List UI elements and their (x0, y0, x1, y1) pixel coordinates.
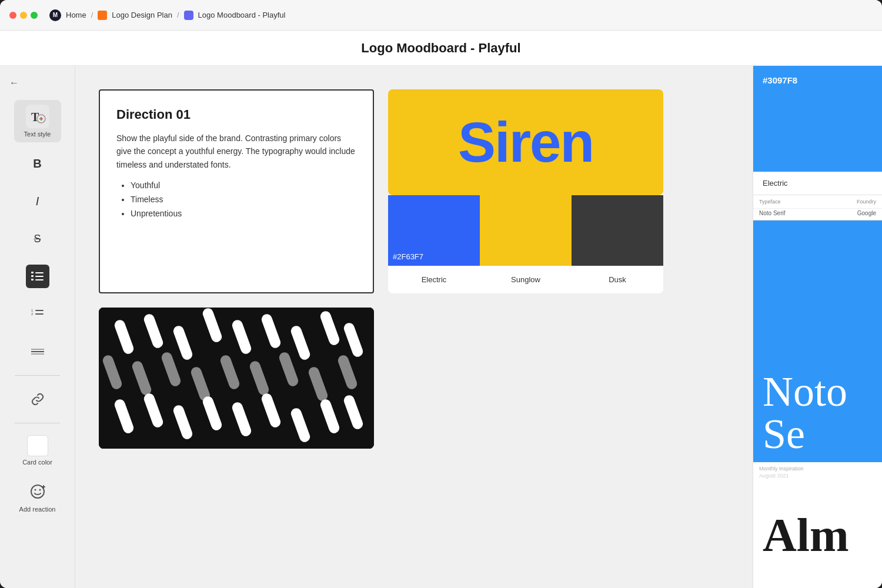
divider-icon (26, 340, 49, 363)
page-title-bar: Logo Moodboard - Playful (0, 31, 882, 66)
moodboard-icon (184, 11, 193, 20)
svg-rect-6 (31, 279, 34, 280)
bold-icon: B (26, 152, 49, 175)
direction-bullets: Youthful Timeless Unpretentious (116, 181, 356, 218)
content-area: Direction 01 Show the playful side of th… (75, 66, 753, 588)
noto-card: Typeface Foundry Noto Serif Google Noto … (753, 195, 882, 482)
foundry-label: Foundry (857, 199, 876, 205)
breadcrumb-sep-1: / (91, 11, 93, 19)
svg-point-19 (39, 489, 41, 491)
direction-text-card[interactable]: Direction 01 Show the playful side of th… (99, 89, 374, 293)
swatch-label-row: Electric Sunglow Dusk (388, 266, 663, 293)
swatch-label-electric: Electric (388, 270, 480, 289)
sidebar-tool-divider[interactable] (14, 335, 61, 368)
siren-card: Siren #2F63F7 Electric S (388, 89, 663, 293)
breadcrumb-sep-2: / (177, 11, 179, 19)
breadcrumb-logo-design[interactable]: Logo Design Plan (112, 11, 172, 19)
noto-preview: Noto Se (753, 220, 882, 462)
sidebar-tool-strikethrough[interactable]: S (14, 222, 61, 255)
swatch-dusk (572, 195, 663, 266)
right-panel: #3097F8 Electric Typeface Foundry Noto S… (753, 66, 882, 588)
bullet-2: Timeless (131, 195, 356, 204)
minimize-button[interactable] (20, 12, 27, 19)
bullet-3: Unpretentious (131, 209, 356, 218)
strikethrough-icon: S (26, 227, 49, 250)
breadcrumb-home[interactable]: Home (66, 11, 86, 19)
noto-sub-row: Noto Serif Google (753, 209, 882, 220)
sidebar-tool-italic[interactable]: I (14, 185, 61, 218)
swatches-row: #2F63F7 (388, 195, 663, 266)
svg-point-18 (34, 489, 36, 491)
sidebar-tool-ordered-list[interactable]: 1 2 (14, 298, 61, 330)
sidebar-tool-bold[interactable]: B (14, 147, 61, 180)
typeface-label: Typeface (759, 199, 781, 205)
sidebar-item-text-style[interactable]: T Text style (14, 100, 61, 142)
svg-rect-4 (31, 272, 34, 273)
link-icon (26, 387, 49, 411)
sidebar-tool-add-reaction[interactable]: Add reaction (14, 475, 61, 517)
swatch-label-dusk: Dusk (572, 270, 663, 289)
sidebar-tool-list[interactable] (14, 260, 61, 293)
main-content: ← T Text style B (0, 66, 882, 588)
google-label: Google (857, 210, 876, 216)
direction-body: Show the playful side of the brand. Cont… (116, 132, 356, 171)
color-chip-name: Electric (753, 172, 882, 195)
svg-rect-7 (35, 272, 44, 273)
italic-icon: I (26, 189, 49, 213)
alm-text: Alm (763, 512, 849, 559)
swatch-label-sunglow: Sunglow (480, 270, 572, 289)
color-chip-hex: #3097F8 (763, 75, 797, 85)
sidebar-tool-card-color[interactable]: Card color (14, 430, 61, 470)
swatch-electric: #2F63F7 (388, 195, 480, 266)
sidebar-divider-2 (15, 423, 59, 423)
titlebar: M Home / Logo Design Plan / Logo Moodboa… (0, 0, 882, 31)
logo-design-icon (98, 11, 107, 20)
app-window: M Home / Logo Design Plan / Logo Moodboa… (0, 0, 882, 588)
alm-card: Alm (753, 482, 882, 588)
noto-footer: Monthly Inspiration August 2021 (753, 462, 882, 482)
traffic-lights (9, 12, 38, 19)
text-style-icon: T (26, 105, 49, 128)
card-color-icon (27, 435, 48, 456)
svg-rect-8 (35, 276, 44, 277)
bold-symbol: B (33, 157, 41, 171)
add-reaction-icon (26, 480, 49, 503)
back-button[interactable]: ← (0, 75, 75, 91)
sidebar-divider-1 (15, 375, 59, 376)
svg-rect-9 (35, 279, 44, 280)
siren-text: Siren (458, 110, 593, 175)
breadcrumb: M Home / Logo Design Plan / Logo Moodboa… (49, 9, 285, 21)
month-date: August 2021 (759, 473, 876, 479)
noto-header: Typeface Foundry (753, 195, 882, 209)
breadcrumb-moodboard[interactable]: Logo Moodboard - Playful (198, 11, 286, 19)
sidebar-tool-link[interactable] (14, 383, 61, 416)
monthly-label: Monthly Inspiration (759, 466, 876, 472)
svg-rect-5 (31, 275, 34, 277)
strikethrough-symbol: S (34, 233, 41, 245)
direction-title: Direction 01 (116, 107, 356, 122)
swatch-electric-hex: #2F63F7 (393, 252, 423, 261)
pattern-inner (99, 308, 374, 449)
back-icon: ← (9, 78, 19, 88)
ordered-list-icon: 1 2 (26, 302, 49, 326)
svg-rect-13 (35, 313, 44, 315)
card-color-label: Card color (22, 459, 52, 466)
noto-sub: Noto Serif (759, 210, 785, 216)
svg-rect-11 (35, 310, 44, 311)
maximize-button[interactable] (31, 12, 38, 19)
content-grid: Direction 01 Show the playful side of th… (99, 89, 663, 449)
add-reaction-label: Add reaction (19, 506, 56, 513)
noto-display-text: Noto Se (763, 370, 873, 455)
color-chip-blue: #3097F8 (753, 66, 882, 172)
text-style-label: Text style (24, 131, 51, 138)
list-icon (26, 265, 49, 288)
italic-symbol: I (36, 195, 39, 208)
app-icon: M (49, 9, 61, 21)
page-title: Logo Moodboard - Playful (361, 41, 520, 56)
swatches-card: #2F63F7 Electric Sunglow Dusk (388, 195, 663, 293)
swatch-sunglow (480, 195, 572, 266)
svg-text:2: 2 (31, 312, 34, 316)
siren-logo-card: Siren (388, 89, 663, 195)
pattern-card (99, 308, 374, 449)
close-button[interactable] (9, 12, 16, 19)
